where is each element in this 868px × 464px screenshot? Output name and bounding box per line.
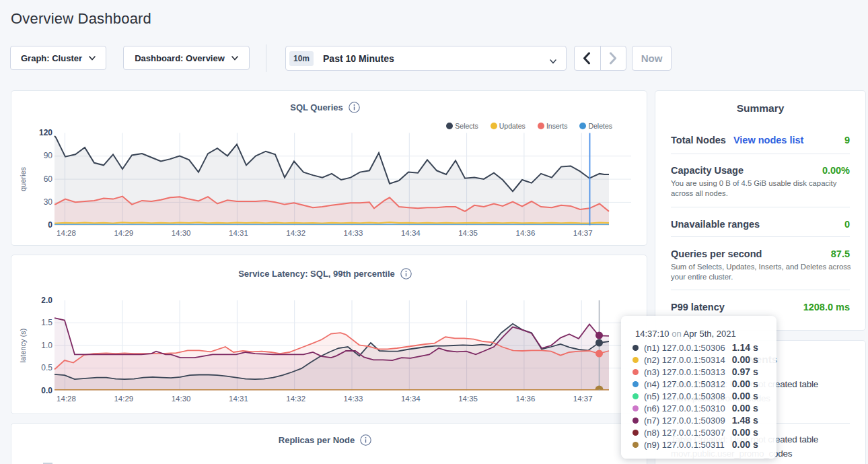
svg-text:14:33: 14:33 <box>344 395 363 403</box>
svg-text:14:36: 14:36 <box>516 395 536 403</box>
svg-text:14:30: 14:30 <box>172 395 191 403</box>
svg-text:0: 0 <box>48 220 52 230</box>
svg-text:14:30: 14:30 <box>172 229 191 237</box>
svg-text:0.5: 0.5 <box>41 363 52 372</box>
svg-text:14:31: 14:31 <box>229 395 248 403</box>
svg-text:30: 30 <box>44 197 53 207</box>
svg-text:90: 90 <box>44 151 53 160</box>
svg-text:1.0: 1.0 <box>41 341 52 350</box>
svg-text:14:35: 14:35 <box>458 229 478 237</box>
svg-text:14:33: 14:33 <box>344 229 363 237</box>
svg-text:14:37: 14:37 <box>573 395 593 403</box>
svg-text:0.0: 0.0 <box>41 386 52 395</box>
svg-text:14:28: 14:28 <box>57 395 76 403</box>
svg-text:14:37: 14:37 <box>573 229 593 237</box>
svg-text:queries: queries <box>19 166 27 191</box>
svg-text:2.0: 2.0 <box>41 296 52 305</box>
svg-text:14:28: 14:28 <box>57 229 76 237</box>
svg-text:14:29: 14:29 <box>114 395 133 403</box>
svg-text:14:36: 14:36 <box>516 229 536 237</box>
svg-text:14:35: 14:35 <box>458 395 478 403</box>
svg-text:14:32: 14:32 <box>286 229 305 237</box>
svg-text:14:34: 14:34 <box>401 395 421 403</box>
svg-text:1.5: 1.5 <box>41 318 52 327</box>
svg-text:14:34: 14:34 <box>401 229 421 237</box>
svg-text:120: 120 <box>39 128 52 137</box>
svg-text:14:32: 14:32 <box>286 395 305 403</box>
svg-text:60: 60 <box>44 174 53 184</box>
svg-text:14:29: 14:29 <box>114 229 133 237</box>
svg-text:latency (s): latency (s) <box>19 329 27 363</box>
svg-text:14:31: 14:31 <box>229 229 248 237</box>
